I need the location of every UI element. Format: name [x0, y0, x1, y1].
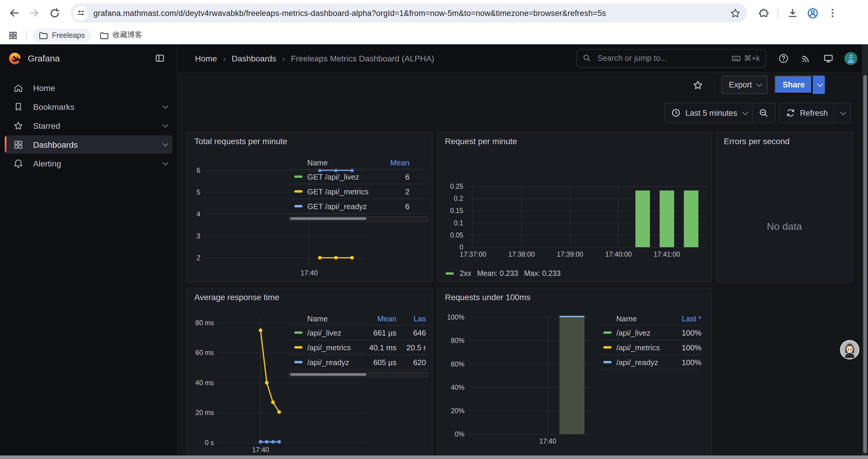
col-name[interactable]: Name [603, 314, 668, 323]
svg-text:4: 4 [196, 210, 200, 218]
col-mean[interactable]: Mean [374, 158, 409, 167]
bookmark-folder-blogs[interactable]: 收藏博客 [93, 28, 148, 42]
sidebar-item-home[interactable]: Home [5, 78, 173, 97]
svg-text:0: 0 [459, 243, 463, 251]
export-button[interactable]: Export [722, 76, 768, 94]
url-bar[interactable]: grafana.mathmast.com/d/deytv4rwavabkb/fr… [71, 4, 747, 23]
forward-icon[interactable] [26, 5, 42, 21]
series-value: 2 [374, 187, 409, 196]
series-name: /api/_livez [307, 328, 342, 337]
refresh-button[interactable]: Refresh [780, 103, 834, 122]
request-per-minute-chart[interactable]: 00.050.10.150.20.2517:37:0017:38:0017:39… [438, 132, 712, 282]
vertical-scrollbar-thumb[interactable] [863, 75, 867, 453]
grafana-logo[interactable] [8, 52, 22, 65]
col-mean[interactable]: Mean [361, 314, 397, 323]
breadcrumb-dashboards[interactable]: Dashboards [231, 54, 276, 63]
legend-scrollbar[interactable] [288, 372, 428, 378]
panel-title[interactable]: Request per minute [445, 136, 517, 146]
legend-table-row[interactable]: GET /api/_metrics2 [288, 184, 428, 199]
user-avatar[interactable] [842, 49, 860, 67]
col-name[interactable]: Name [294, 158, 374, 167]
sidebar-item-bookmarks[interactable]: Bookmarks [5, 97, 173, 116]
legend-inline[interactable]: 2xx Mean: 0.233 Max: 0.233 [445, 269, 561, 277]
legend-table-row[interactable]: /api/_metrics40.1 ms20.5 r [288, 340, 428, 355]
bookmarks-bar: Freeleaps 收藏博客 [0, 26, 868, 44]
grafana-header: Grafana Home › Dashboards › Freeleaps Me… [0, 44, 868, 73]
legend-table-row[interactable]: /api/_livez661 µs646 [288, 326, 428, 340]
breadcrumb-home[interactable]: Home [195, 54, 217, 63]
search-box[interactable]: ⌘+k [576, 49, 766, 68]
series-value: 100% [668, 328, 701, 337]
legend-table-row[interactable]: /api/_readyz605 µs620 [288, 355, 428, 370]
search-input[interactable] [596, 53, 727, 63]
legend-table-row[interactable]: GET /api/_livez6 [288, 169, 428, 184]
legend-table-row[interactable]: /api/_livez100% [601, 326, 701, 340]
reload-icon[interactable] [46, 5, 63, 21]
help-icon[interactable] [775, 49, 793, 67]
legend-scrollbar-thumb[interactable] [290, 218, 366, 220]
series-color-pill [294, 175, 303, 178]
legend-scrollbar-thumb[interactable] [290, 373, 366, 375]
sidebar-item-starred[interactable]: Starred [5, 117, 173, 135]
legend-table-row[interactable]: GET /api/_readyz6 [288, 199, 428, 214]
series-color-pill [603, 361, 612, 364]
horizontal-scrollbar[interactable] [0, 455, 868, 459]
search-shortcut: ⌘+k [732, 54, 760, 63]
svg-text:0.05: 0.05 [450, 231, 463, 239]
svg-text:17:40: 17:40 [301, 269, 318, 277]
favorite-star-icon[interactable] [689, 76, 707, 94]
downloads-icon[interactable] [784, 5, 801, 21]
back-icon[interactable] [6, 5, 23, 21]
series-name[interactable]: 2xx [460, 269, 471, 277]
folder-icon [99, 30, 108, 40]
legend-scrollbar[interactable] [288, 216, 428, 222]
mega-menu-toggle-icon[interactable] [151, 49, 168, 67]
col-name[interactable]: Name [294, 314, 361, 323]
tv-mode-icon[interactable] [819, 49, 837, 67]
panel-title[interactable]: Total requests per minute [194, 136, 287, 146]
svg-text:17:40:00: 17:40:00 [605, 251, 632, 258]
series-name: /api/_livez [616, 328, 651, 337]
zoom-out-button[interactable] [752, 103, 774, 122]
time-range-picker[interactable]: Last 5 minutes [665, 103, 752, 122]
panel-title[interactable]: Errors per second [724, 136, 790, 146]
apps-grid-icon[interactable] [6, 27, 20, 43]
svg-text:0.2: 0.2 [454, 195, 463, 202]
share-button[interactable]: Share [775, 76, 812, 94]
panel-average-response-time: Average response time 80 ms60 ms40 ms20 … [187, 288, 433, 459]
legend-table: NameMeanGET /api/_livez6GET /api/_metric… [288, 156, 428, 222]
site-settings-icon[interactable] [73, 6, 88, 21]
refresh-interval-button[interactable] [834, 103, 850, 122]
series-mean: Mean: 0.233 [477, 269, 518, 277]
breadcrumb: Home › Dashboards › Freeleaps Metrics Da… [195, 54, 434, 63]
bookmark-label: Freeleaps [52, 31, 85, 39]
bookmark-star-icon[interactable] [727, 5, 743, 21]
news-rss-icon[interactable] [797, 49, 815, 67]
legend-table-row[interactable]: /api/_readyz100% [601, 355, 701, 370]
menu-kebab-icon[interactable] [824, 5, 841, 21]
share-menu-button[interactable] [812, 76, 825, 94]
legend-table-header[interactable]: NameLast * [601, 312, 701, 326]
bookmark-folder-freeleaps[interactable]: Freeleaps [32, 28, 91, 42]
panel-title[interactable]: Average response time [194, 292, 279, 302]
series-value: 6 [374, 202, 409, 210]
sidebar-item-dashboards[interactable]: Dashboards [5, 135, 173, 154]
chevron-down-icon [162, 140, 168, 146]
profile-icon[interactable] [804, 5, 821, 21]
assistant-avatar[interactable] [840, 340, 860, 360]
legend-table-header[interactable]: NameMeanLas [288, 312, 428, 326]
legend-table-header[interactable]: NameMean [288, 156, 428, 169]
legend-table-row[interactable]: /api/_metrics100% [601, 340, 701, 355]
col-las[interactable]: Las [397, 314, 426, 323]
chevron-down-icon [817, 81, 823, 87]
sidebar-item-alerting[interactable]: Alerting [5, 154, 173, 172]
svg-text:40%: 40% [451, 384, 464, 391]
panel-requests-under-100ms: Requests under 100ms 0%20%40%60%80%100%1… [437, 288, 712, 459]
col-last[interactable]: Last * [668, 314, 701, 323]
svg-text:20 ms: 20 ms [195, 409, 214, 417]
extensions-icon[interactable] [755, 5, 772, 21]
svg-text:0 s: 0 s [205, 439, 214, 447]
svg-text:20%: 20% [451, 407, 464, 415]
url-text[interactable]: grafana.mathmast.com/d/deytv4rwavabkb/fr… [93, 8, 727, 18]
panel-title[interactable]: Requests under 100ms [445, 292, 531, 302]
